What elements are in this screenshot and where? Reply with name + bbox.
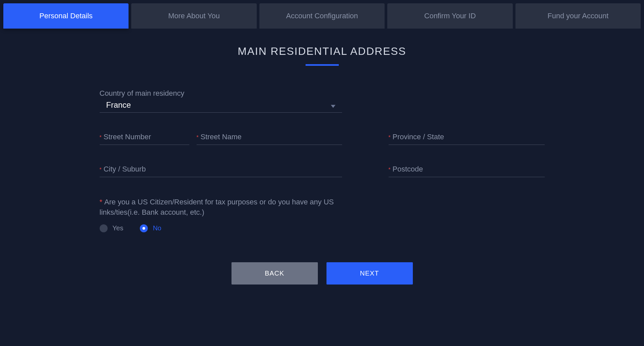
city-placeholder: City / Suburb [104,165,146,173]
progress-tabs: Personal Details More About You Account … [3,3,641,29]
back-button[interactable]: BACK [231,262,318,285]
postcode-placeholder: Postcode [393,165,423,173]
section-title: MAIN RESIDENTIAL ADDRESS [3,45,641,58]
required-marker: * [197,135,199,140]
street-number-field[interactable]: *Street Number [100,133,189,145]
postcode-field[interactable]: *Postcode [389,165,545,177]
province-field[interactable]: *Province / State [389,133,545,145]
required-marker: * [389,167,391,173]
country-value: France [100,100,131,109]
tab-personal-details[interactable]: Personal Details [3,3,129,29]
required-marker: * [100,198,103,206]
required-marker: * [100,135,102,140]
tab-more-about-you[interactable]: More About You [131,3,256,29]
required-marker: * [100,167,102,173]
radio-dot-icon [142,227,145,230]
street-number-placeholder: Street Number [104,133,151,141]
form-area: Country of main residency France *Street… [53,89,591,285]
next-button[interactable]: NEXT [326,262,413,285]
us-radio-no-label: No [153,224,161,232]
street-name-placeholder: Street Name [201,133,242,141]
chevron-down-icon [331,105,335,108]
country-label: Country of main residency [100,89,545,98]
us-radio-group: Yes No [100,224,342,232]
us-question-text: *Are you a US Citizen/Resident for tax p… [100,197,342,218]
radio-icon [100,224,108,232]
tab-account-configuration[interactable]: Account Configuration [259,3,385,29]
button-row: BACK NEXT [100,262,545,285]
form-content: MAIN RESIDENTIAL ADDRESS Country of main… [3,39,641,291]
us-citizen-question: *Are you a US Citizen/Resident for tax p… [100,197,342,232]
required-marker: * [389,135,391,140]
country-select[interactable]: France [100,100,342,113]
province-placeholder: Province / State [393,133,444,141]
tab-confirm-id[interactable]: Confirm Your ID [387,3,512,29]
tab-fund-account[interactable]: Fund your Account [515,3,641,29]
radio-icon [140,224,148,232]
us-radio-yes-label: Yes [113,224,124,232]
street-name-field[interactable]: *Street Name [197,133,342,145]
title-underline [306,64,339,66]
us-radio-no[interactable]: No [140,224,161,232]
city-field[interactable]: *City / Suburb [100,165,342,177]
us-radio-yes[interactable]: Yes [100,224,124,232]
